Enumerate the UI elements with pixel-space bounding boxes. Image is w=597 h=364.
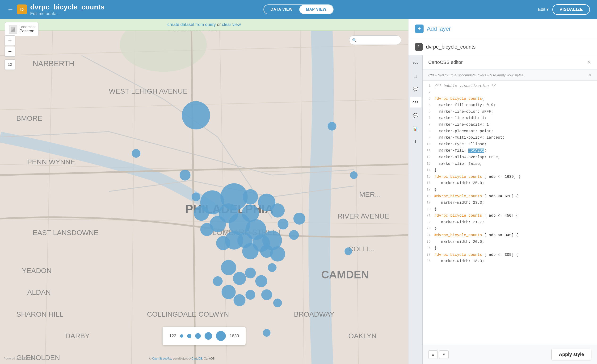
svg-point-69 xyxy=(268,263,276,272)
line-content: marker-line-opacity: 1; xyxy=(434,122,597,128)
code-line: 7 marker-line-opacity: 1; xyxy=(423,122,597,128)
line-content: #dvrpc_bicycle_counts [ adb <= 1639] { xyxy=(434,174,597,180)
code-line: 18#dvrpc_bicycle_counts [ adb <= 626] { xyxy=(423,193,597,200)
view-toggle-group: DATA VIEW MAP VIEW xyxy=(263,5,333,14)
data-view-button[interactable]: DATA VIEW xyxy=(264,5,299,14)
view-toggle: DATA VIEW MAP VIEW xyxy=(263,5,333,14)
line-content: marker-width: 18.3; xyxy=(434,258,597,265)
legend-dot-1 xyxy=(180,334,183,338)
line-number: 12 xyxy=(423,154,434,160)
svg-point-67 xyxy=(213,276,223,286)
code-line: 12 marker-allow-overlap: true; xyxy=(423,154,597,161)
code-area[interactable]: 1/** bubble visualization */23#dvrpc_bic… xyxy=(423,81,597,345)
svg-point-54 xyxy=(293,213,305,225)
map-background: NARBERTH BMORE PENN WYNNE EAST LANSDOWNE… xyxy=(0,19,408,364)
editor-title: CartoCSS editor xyxy=(428,60,463,65)
legends-icon: 💬 xyxy=(413,113,418,118)
info-tool[interactable]: ℹ xyxy=(410,137,421,147)
line-number: 8 xyxy=(423,129,434,135)
line-number: 19 xyxy=(423,200,434,206)
zoom-in-button[interactable]: + xyxy=(5,35,15,46)
editor-hint: Ctrl + SPACE to autocomplete. CMD + S to… xyxy=(423,69,597,81)
svg-text:CAMDEN: CAMDEN xyxy=(321,268,369,281)
line-content: marker-line-color: #FFF; xyxy=(434,109,597,115)
code-line: 4 marker-fill-opacity: 0.9; xyxy=(423,102,597,109)
search-icon: 🔍 xyxy=(352,38,357,42)
svg-point-58 xyxy=(270,204,285,218)
code-line: 23} xyxy=(423,226,597,232)
editor-hint-close[interactable]: ✕ xyxy=(588,72,591,77)
basemap-icon xyxy=(11,27,15,32)
line-number: 22 xyxy=(423,220,434,226)
charts-tool[interactable]: 📊 xyxy=(410,123,421,134)
svg-text:SHARON HILL: SHARON HILL xyxy=(16,310,63,318)
line-number: 4 xyxy=(423,102,434,108)
add-layer-title: Add layer xyxy=(427,25,451,32)
svg-text:BROADWAY: BROADWAY xyxy=(294,310,335,318)
sql-tool[interactable]: SQL xyxy=(410,58,421,68)
add-layer-button[interactable]: + xyxy=(415,24,424,33)
line-number: 16 xyxy=(423,180,434,187)
apply-style-button[interactable]: Apply style xyxy=(551,349,591,360)
svg-text:ALDAN: ALDAN xyxy=(27,288,51,296)
line-content: #dvrpc_bicycle_counts [ adb <= 626] { xyxy=(434,194,597,200)
header: ← D dvrpc_bicycle_counts Edit metadata..… xyxy=(0,0,597,19)
zoom-out-button[interactable]: − xyxy=(5,46,15,57)
svg-text:MER...: MER... xyxy=(359,190,381,198)
style-tool[interactable]: ◻ xyxy=(410,71,421,81)
line-number: 7 xyxy=(423,122,434,128)
code-line: 9 marker-multi-policy: largest; xyxy=(423,135,597,141)
basemap-control[interactable]: Basemap Positron xyxy=(5,22,39,36)
svg-point-49 xyxy=(200,223,213,236)
cartodb-attribution: Powered by CARTODB xyxy=(4,357,33,360)
legends-tool[interactable]: 💬 xyxy=(410,110,421,121)
css-tool-label: CSS xyxy=(412,101,418,104)
code-line: 3#dvrpc_bicycle_counts{ xyxy=(423,96,597,102)
create-dataset-link[interactable]: create dataset from query xyxy=(167,22,216,27)
line-number: 17 xyxy=(423,187,434,193)
legend-min-val: 122 xyxy=(169,334,176,339)
code-line: 2 xyxy=(423,90,597,96)
dataset-icon: D xyxy=(17,5,27,14)
back-button[interactable]: ← xyxy=(7,6,14,13)
svg-point-52 xyxy=(277,219,288,229)
code-line: 6 marker-line-width: 1; xyxy=(423,115,597,122)
editor-header: CartoCSS editor ✕ xyxy=(423,55,597,69)
svg-point-62 xyxy=(350,171,357,179)
info-icon: ℹ xyxy=(415,139,416,144)
header-title-block: dvrpc_bicycle_counts Edit metadata... xyxy=(30,3,104,16)
edit-metadata-link[interactable]: Edit metadata... xyxy=(30,11,104,16)
editor-close-button[interactable]: ✕ xyxy=(587,59,591,65)
svg-point-48 xyxy=(194,205,209,221)
code-line: 20} xyxy=(423,206,597,213)
map-banner: create dataset from query or clear view xyxy=(0,19,408,31)
clear-view-link[interactable]: clear view xyxy=(222,22,241,27)
line-content: marker-fill: #5CA2D1; xyxy=(434,148,597,154)
sql-tool-label: SQL xyxy=(412,61,418,64)
labels-tool[interactable]: 💬 xyxy=(410,84,421,94)
svg-text:PENN WYNNE: PENN WYNNE xyxy=(27,158,75,166)
css-tool[interactable]: CSS xyxy=(410,97,421,107)
edit-dropdown-button[interactable]: Edit ▾ xyxy=(538,7,549,12)
map-view-button[interactable]: MAP VIEW xyxy=(299,5,333,14)
legend-dot-3 xyxy=(195,333,201,339)
visualize-button[interactable]: VISUALIZE xyxy=(552,4,590,15)
line-number: 9 xyxy=(423,135,434,141)
undo-redo-controls: ▲ ▼ xyxy=(428,350,448,359)
line-content: marker-multi-policy: largest; xyxy=(434,135,597,141)
line-number: 3 xyxy=(423,96,434,102)
editor-hint-text: Ctrl + SPACE to autocomplete. CMD + S to… xyxy=(428,73,524,77)
svg-text:WEST LEHIGH AVENUE: WEST LEHIGH AVENUE xyxy=(109,87,188,95)
svg-text:EAST LANSDOWNE: EAST LANSDOWNE xyxy=(32,229,98,236)
code-line: 16 marker-width: 25.0; xyxy=(423,180,597,187)
legend-dot-5 xyxy=(216,331,226,341)
legend-dot-2 xyxy=(187,334,191,338)
layer-item[interactable]: 1 dvrpc_bicycle_counts xyxy=(408,39,597,55)
line-number: 25 xyxy=(423,239,434,245)
search-input[interactable] xyxy=(349,35,401,45)
add-layer-header: + Add layer xyxy=(408,19,597,39)
line-content: } xyxy=(434,206,597,213)
undo-button[interactable]: ▲ xyxy=(428,350,438,359)
svg-text:RIVER AVENUE: RIVER AVENUE xyxy=(338,212,389,220)
redo-button[interactable]: ▼ xyxy=(439,350,448,359)
